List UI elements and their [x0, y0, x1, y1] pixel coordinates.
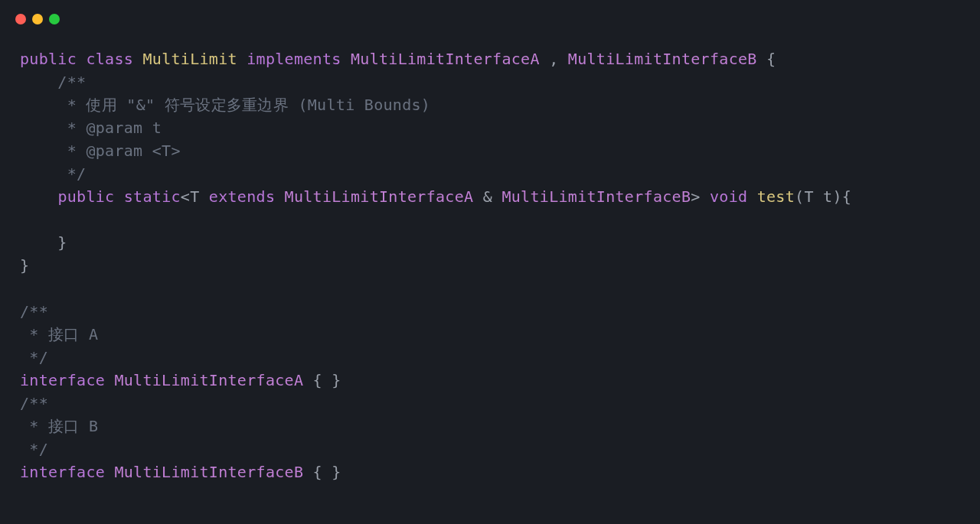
javadoc-comment: * @param t: [20, 119, 162, 137]
interface-name: MultiLimitInterfaceB: [105, 463, 313, 481]
javadoc-comment: */: [20, 440, 48, 458]
punctuation: ,: [540, 50, 568, 68]
maximize-icon[interactable]: [49, 14, 60, 24]
close-icon[interactable]: [15, 14, 26, 24]
close-brace: }: [20, 256, 29, 275]
params: (T t){: [795, 187, 851, 206]
keyword-extends: extends: [209, 187, 275, 206]
generic-open: <T: [181, 187, 209, 206]
keyword-class: class: [86, 50, 133, 68]
keyword-public: public: [20, 50, 77, 68]
keyword-implements: implements: [247, 50, 341, 68]
code-editor: public class MultiLimit implements Multi…: [0, 31, 980, 491]
keyword-public: public: [57, 187, 114, 206]
javadoc-comment: */: [20, 348, 48, 366]
minimize-icon[interactable]: [32, 14, 43, 24]
javadoc-comment: * @param <T>: [20, 142, 181, 160]
punctuation: {: [757, 50, 776, 68]
javadoc-comment: * 接口 B: [20, 417, 98, 435]
window-titlebar: [0, 0, 980, 31]
method-name: test: [747, 187, 795, 206]
javadoc-comment: /**: [20, 394, 48, 412]
javadoc-comment: * 使用 "&" 符号设定多重边界 (Multi Bounds): [20, 96, 430, 114]
indent: [20, 187, 57, 206]
javadoc-comment: * 接口 A: [20, 325, 98, 343]
generic-close: >: [691, 187, 710, 206]
type-name: MultiLimitInterfaceB: [568, 50, 757, 68]
keyword-void: void: [710, 187, 747, 206]
keyword-static: static: [124, 187, 181, 206]
type-name: MultiLimitInterfaceB: [492, 187, 691, 206]
type-name: MultiLimitInterfaceA: [275, 187, 483, 206]
javadoc-comment: */: [20, 164, 86, 183]
keyword-interface: interface: [20, 371, 105, 389]
class-name: MultiLimit: [142, 50, 237, 68]
type-name: MultiLimitInterfaceA: [351, 50, 540, 68]
javadoc-comment: /**: [20, 73, 86, 91]
braces: { }: [313, 371, 341, 389]
javadoc-comment: /**: [20, 302, 48, 321]
ampersand: &: [483, 187, 492, 206]
braces: { }: [313, 463, 341, 481]
keyword-interface: interface: [20, 463, 105, 481]
close-brace: }: [20, 233, 67, 252]
interface-name: MultiLimitInterfaceA: [105, 371, 313, 389]
